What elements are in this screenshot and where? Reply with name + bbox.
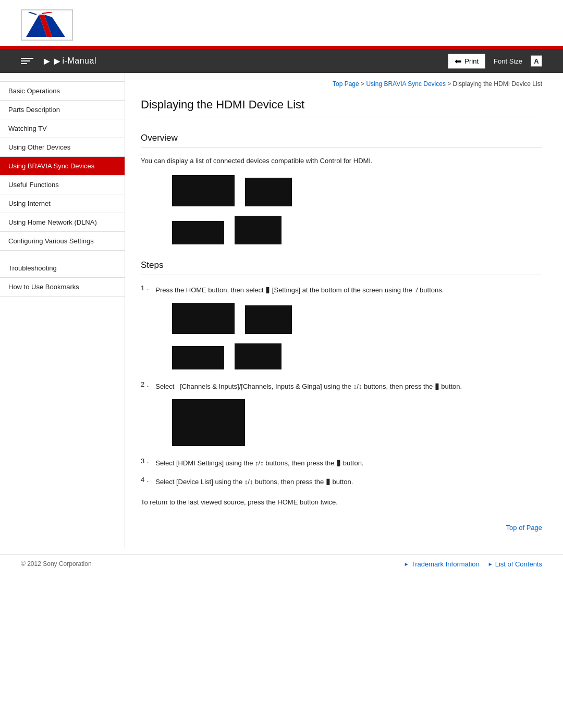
step1-image-2: [245, 305, 292, 334]
font-size-box[interactable]: A: [531, 55, 542, 67]
svg-line-3: [29, 12, 36, 15]
print-icon: ⬅: [455, 56, 461, 66]
step-4-text: Select [Device List] using the ↕/↕ butto…: [155, 474, 353, 488]
overview-image-2: [245, 178, 292, 206]
step-2-text: Select [Channels & Inputs]/[Channels, In…: [155, 379, 462, 393]
overview-image-1: [172, 175, 235, 206]
overview-text: You can display a list of connected devi…: [141, 155, 542, 167]
trademark-arrow-icon: ►: [404, 561, 409, 567]
footer-links: ► Trademark Information ► List of Conten…: [404, 560, 542, 568]
toolbar-arrow-icon: ►►: [42, 55, 63, 67]
breadcrumb-bravia-sync[interactable]: Using BRAVIA Sync Devices: [366, 80, 446, 88]
step1-images-row2: [172, 343, 542, 369]
svg-line-4: [42, 12, 52, 14]
overview-heading: Overview: [141, 128, 542, 148]
breadcrumb: Top Page > Using BRAVIA Sync Devices > D…: [141, 78, 542, 93]
page-title: Displaying the HDMI Device List: [141, 93, 542, 117]
step2-image-1: [172, 399, 245, 446]
list-arrow-icon: ►: [488, 561, 493, 567]
print-button[interactable]: ⬅ Print: [448, 54, 485, 69]
list-of-contents-label: List of Contents: [495, 560, 542, 568]
step-1-num: 1．: [141, 282, 151, 297]
sidebar-item-using-internet[interactable]: Using Internet: [0, 194, 125, 213]
sony-logo: [21, 9, 73, 41]
step1-image-1: [172, 303, 235, 334]
overview-images-row2: [172, 216, 542, 244]
sidebar: Basic Operations Parts Description Watch…: [0, 73, 125, 549]
step1-images-row1: [172, 303, 542, 334]
sidebar-item-basic-operations[interactable]: Basic Operations: [0, 81, 125, 101]
step-4: 4． Select [Device List] using the ↕/↕ bu…: [141, 474, 542, 488]
list-of-contents-link[interactable]: ► List of Contents: [488, 560, 542, 568]
step-1-text: Press the HOME button, then select ▮ [Se…: [155, 282, 444, 297]
top-of-page-link[interactable]: Top of Page: [506, 524, 542, 532]
menu-line-1: [21, 58, 33, 59]
step-3-text: Select [HDMI Settings] using the ↕/↕ but…: [155, 455, 363, 470]
step1-image-3: [172, 346, 224, 369]
sidebar-spacer: [0, 251, 125, 259]
step-4-num: 4．: [141, 474, 151, 488]
breadcrumb-current: > Displaying the HDMI Device List: [447, 80, 542, 88]
breadcrumb-top-page[interactable]: Top Page: [333, 80, 359, 88]
sidebar-item-home-network[interactable]: Using Home Network (DLNA): [0, 213, 125, 232]
step-2: 2． Select [Channels & Inputs]/[Channels,…: [141, 379, 542, 393]
step-1: 1． Press the HOME button, then select ▮ …: [141, 282, 542, 297]
return-note: To return to the last viewed source, pre…: [141, 497, 542, 508]
step-2-num: 2．: [141, 379, 151, 393]
step1-image-4: [235, 343, 282, 369]
menu-icon: [21, 58, 33, 64]
toolbar-logo: ►►: [21, 55, 63, 67]
trademark-link[interactable]: ► Trademark Information: [404, 560, 480, 568]
logo-svg: [23, 12, 70, 38]
sidebar-item-watching-tv[interactable]: Watching TV: [0, 119, 125, 138]
top-of-page-area: Top of Page: [141, 519, 542, 534]
overview-images-row1: [172, 175, 542, 206]
trademark-label: Trademark Information: [411, 560, 480, 568]
footer: © 2012 Sony Corporation ► Trademark Info…: [0, 554, 563, 578]
main-layout: Basic Operations Parts Description Watch…: [0, 73, 563, 549]
overview-image-4: [235, 216, 282, 244]
toolbar-right: ⬅ Print Font Size A: [448, 54, 542, 69]
steps-heading: Steps: [141, 255, 542, 275]
logo-area: [0, 0, 563, 46]
footer-copyright: © 2012 Sony Corporation: [21, 560, 92, 567]
sidebar-item-troubleshooting[interactable]: Troubleshooting: [0, 259, 125, 278]
sidebar-item-parts-description[interactable]: Parts Description: [0, 101, 125, 119]
step-3: 3． Select [HDMI Settings] using the ↕/↕ …: [141, 455, 542, 470]
toolbar-title: i-Manual: [63, 56, 96, 66]
content-area: Top Page > Using BRAVIA Sync Devices > D…: [125, 73, 563, 549]
sidebar-item-useful-functions[interactable]: Useful Functions: [0, 176, 125, 194]
step2-images: [172, 399, 542, 446]
font-size-label: Font Size: [494, 57, 522, 65]
menu-line-3: [21, 63, 27, 64]
sidebar-item-using-other-devices[interactable]: Using Other Devices: [0, 138, 125, 157]
overview-image-3: [172, 221, 224, 244]
menu-line-2: [21, 60, 30, 61]
sidebar-item-bookmarks[interactable]: How to Use Bookmarks: [0, 278, 125, 297]
sidebar-item-using-bravia-sync[interactable]: Using BRAVIA Sync Devices: [0, 157, 125, 176]
breadcrumb-sep1: >: [361, 80, 366, 88]
sidebar-item-configuring-settings[interactable]: Configuring Various Settings: [0, 232, 125, 251]
print-label: Print: [464, 57, 479, 65]
toolbar: ►► i-Manual ⬅ Print Font Size A: [0, 49, 563, 73]
step-3-num: 3．: [141, 455, 151, 470]
